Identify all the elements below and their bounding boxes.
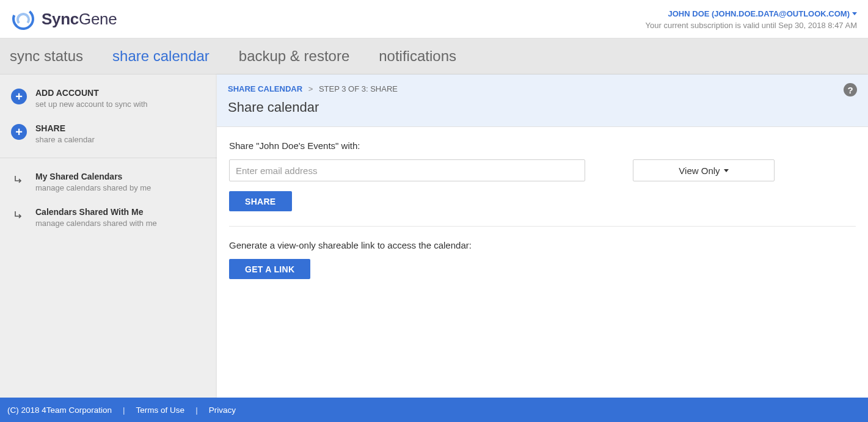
footer-privacy[interactable]: Privacy <box>209 406 236 415</box>
logo-text: SyncGene <box>42 10 117 29</box>
sidebar-item-sub: manage calendars shared with me <box>35 219 157 228</box>
breadcrumb-root[interactable]: SHARE CALENDAR <box>228 84 302 93</box>
breadcrumb-step: STEP 3 OF 3: SHARE <box>319 84 398 93</box>
sidebar-primary: + ADD ACCOUNT set up new account to sync… <box>0 75 217 158</box>
user-menu[interactable]: JOHN DOE (JOHN.DOE.DATA@OUTLOOK.COM) <box>668 9 857 18</box>
footer-sep: | <box>195 406 198 415</box>
permission-selected: View Only <box>679 166 720 176</box>
sidebar-item-sub: set up new account to sync with <box>35 100 148 109</box>
sidebar-item-title: ADD ACCOUNT <box>35 88 148 98</box>
panel-header: SHARE CALENDAR > STEP 3 OF 3: SHARE Shar… <box>217 75 868 127</box>
content: + ADD ACCOUNT set up new account to sync… <box>0 75 868 398</box>
sidebar-secondary: My Shared Calendars manage calendars sha… <box>0 158 217 241</box>
share-form-row: View Only <box>229 159 856 181</box>
top-bar: SyncGene JOHN DOE (JOHN.DOE.DATA@OUTLOOK… <box>0 0 868 38</box>
sidebar-item-sub: share a calendar <box>35 135 95 144</box>
plus-icon: + <box>11 89 27 104</box>
user-display: JOHN DOE (JOHN.DOE.DATA@OUTLOOK.COM) <box>668 9 850 18</box>
sidebar-share[interactable]: + SHARE share a calendar <box>0 116 217 151</box>
chevron-down-icon <box>852 12 857 15</box>
sidebar-item-title: Calendars Shared With Me <box>35 207 157 217</box>
breadcrumb: SHARE CALENDAR > STEP 3 OF 3: SHARE <box>228 84 857 93</box>
nav-backup-restore[interactable]: backup & restore <box>224 48 364 65</box>
footer: (C) 2018 4Team Corporation | Terms of Us… <box>0 398 868 422</box>
footer-terms[interactable]: Terms of Use <box>136 406 185 415</box>
email-input[interactable] <box>229 159 585 181</box>
logo[interactable]: SyncGene <box>11 7 117 31</box>
sidebar: + ADD ACCOUNT set up new account to sync… <box>0 75 217 398</box>
panel-body: Share "John Doe's Events" with: View Onl… <box>217 127 868 293</box>
main-panel: SHARE CALENDAR > STEP 3 OF 3: SHARE Shar… <box>217 75 868 398</box>
sidebar-item-sub: manage calendars shared by me <box>35 183 151 192</box>
help-icon[interactable]: ? <box>844 83 857 96</box>
plus-icon: + <box>11 124 27 140</box>
subscription-status: Your current subscription is valid until… <box>646 21 857 30</box>
share-button[interactable]: SHARE <box>229 191 292 211</box>
get-link-button[interactable]: GET A LINK <box>229 259 310 279</box>
svg-point-1 <box>15 12 31 27</box>
footer-sep: | <box>123 406 125 415</box>
main-nav: sync status share calendar backup & rest… <box>0 38 868 75</box>
sidebar-my-shared[interactable]: My Shared Calendars manage calendars sha… <box>0 164 217 200</box>
share-with-label: Share "John Doe's Events" with: <box>229 140 856 151</box>
sidebar-shared-with-me[interactable]: Calendars Shared With Me manage calendar… <box>0 200 217 235</box>
permission-dropdown[interactable]: View Only <box>633 159 775 181</box>
divider <box>229 226 856 227</box>
arrow-sub-icon <box>11 208 27 224</box>
nav-sync-status[interactable]: sync status <box>10 48 98 65</box>
caret-down-icon <box>724 169 729 172</box>
link-label: Generate a view-only shareable link to a… <box>229 240 856 250</box>
svg-point-0 <box>11 7 35 31</box>
panel-title: Share calendar <box>228 100 857 115</box>
breadcrumb-sep: > <box>305 84 317 93</box>
user-area: JOHN DOE (JOHN.DOE.DATA@OUTLOOK.COM) You… <box>646 8 857 30</box>
sidebar-item-title: SHARE <box>35 123 95 133</box>
arrow-sub-icon <box>11 172 27 188</box>
logo-icon <box>11 7 35 31</box>
sidebar-item-title: My Shared Calendars <box>35 172 151 181</box>
sidebar-add-account[interactable]: + ADD ACCOUNT set up new account to sync… <box>0 81 217 116</box>
nav-share-calendar[interactable]: share calendar <box>98 48 224 65</box>
footer-copyright: (C) 2018 4Team Corporation <box>7 406 112 415</box>
nav-notifications[interactable]: notifications <box>364 48 471 65</box>
